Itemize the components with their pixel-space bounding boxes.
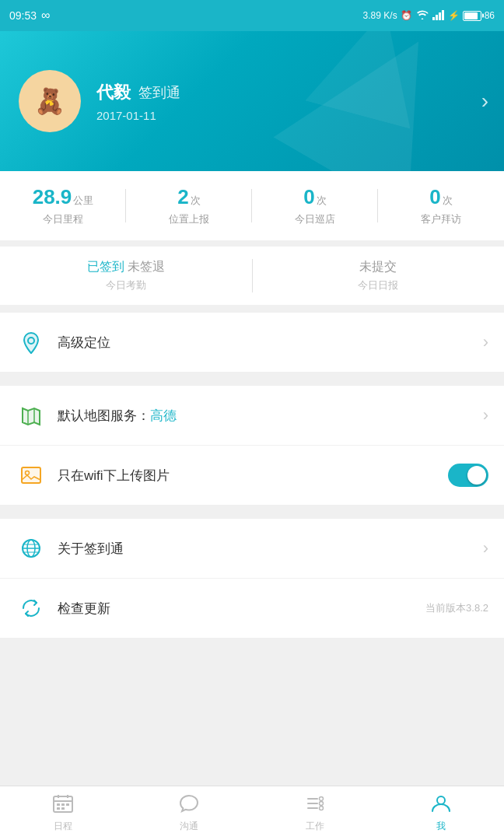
map-icon — [16, 400, 47, 431]
alarm-icon: ⏰ — [401, 10, 412, 21]
speed-text: 3.89 K/s — [363, 10, 397, 21]
refresh-icon — [16, 593, 47, 624]
divider-2 — [0, 378, 504, 386]
attendance-report: 未提交 今日日报 — [253, 259, 505, 292]
signal-icon — [432, 9, 445, 23]
stat-location: 2次 位置上报 — [126, 185, 252, 226]
nav-work-label: 工作 — [306, 820, 324, 833]
wifi-upload-label: 只在wifi下上传图片 — [58, 467, 448, 485]
stat-patrol-value: 0 — [303, 185, 314, 208]
attendance-checkin: 已签到 未签退 今日考勤 — [0, 259, 253, 292]
nav-chat-label: 沟通 — [180, 820, 198, 833]
stat-mileage-value: 28.9 — [33, 185, 72, 208]
svg-rect-18 — [57, 803, 60, 806]
bottom-nav: 日程 沟通 工作 我 — [0, 786, 504, 840]
stat-visit: 0次 客户拜访 — [378, 185, 504, 226]
update-label: 检查更新 — [58, 600, 425, 618]
map-label: 默认地图服务：高德 — [58, 407, 483, 425]
not-submitted-status: 未提交 — [359, 260, 397, 273]
wifi-upload-toggle[interactable] — [448, 464, 488, 487]
about-arrow-icon: › — [483, 538, 488, 558]
work-icon — [305, 794, 325, 817]
attendance-desc: 今日考勤 — [0, 278, 252, 292]
battery-level: 86 — [485, 10, 495, 21]
divider-3 — [0, 511, 504, 519]
avatar: 🧸 — [19, 70, 81, 132]
header-banner[interactable]: 🧸 代毅 签到通 2017-01-11 › — [0, 31, 504, 171]
globe-icon — [16, 533, 47, 564]
schedule-icon — [53, 794, 73, 817]
status-bar: 09:53 ∞ 3.89 K/s ⏰ ⚡ 86 — [0, 0, 504, 31]
attendance-row: 已签到 未签退 今日考勤 未提交 今日日报 — [0, 247, 504, 305]
svg-rect-3 — [442, 10, 444, 20]
nav-schedule-label: 日程 — [54, 820, 72, 833]
stats-row: 28.9公里 今日里程 2次 位置上报 0次 今日巡店 0次 客户拜访 — [0, 171, 504, 240]
stat-mileage: 28.9公里 今日里程 — [0, 185, 126, 226]
menu-item-location[interactable]: 高级定位 › — [0, 313, 504, 372]
svg-rect-22 — [61, 807, 65, 810]
menu-section-map: 默认地图服务：高德 › 只在wifi下上传图片 — [0, 386, 504, 505]
nav-me[interactable]: 我 — [378, 794, 504, 833]
svg-rect-21 — [57, 807, 60, 810]
svg-point-27 — [320, 801, 324, 805]
header-arrow-icon[interactable]: › — [481, 89, 488, 114]
stat-mileage-label: 今日里程 — [0, 212, 126, 226]
user-info: 代毅 签到通 2017-01-11 — [96, 81, 485, 122]
svg-rect-1 — [436, 15, 438, 20]
me-icon — [431, 794, 451, 817]
status-time: 09:53 — [9, 9, 37, 22]
location-arrow-icon: › — [483, 332, 488, 352]
user-tag: 签到通 — [138, 83, 180, 102]
map-arrow-icon: › — [483, 405, 488, 425]
nav-schedule[interactable]: 日程 — [0, 794, 126, 833]
user-name: 代毅 — [96, 81, 131, 104]
signed-in-status: 已签到 — [87, 260, 124, 273]
version-text: 当前版本3.8.2 — [425, 601, 488, 615]
report-desc: 今日日报 — [253, 278, 505, 292]
stat-visit-value: 0 — [429, 185, 440, 208]
menu-item-map[interactable]: 默认地图服务：高德 › — [0, 386, 504, 446]
stat-visit-label: 客户拜访 — [378, 212, 504, 226]
svg-point-26 — [320, 796, 324, 800]
user-date: 2017-01-11 — [96, 109, 485, 122]
svg-rect-0 — [432, 17, 435, 20]
status-left: 09:53 ∞ — [9, 9, 50, 23]
location-label: 高级定位 — [58, 334, 483, 352]
wifi-icon — [415, 9, 429, 23]
stat-location-label: 位置上报 — [126, 212, 252, 226]
divider-1 — [0, 305, 504, 313]
svg-rect-2 — [439, 12, 441, 20]
status-right: 3.89 K/s ⏰ ⚡ 86 — [363, 9, 495, 23]
svg-point-28 — [320, 806, 324, 810]
battery-icon — [463, 11, 481, 21]
about-label: 关于签到通 — [58, 540, 483, 558]
infinite-icon: ∞ — [41, 9, 50, 23]
nav-chat[interactable]: 沟通 — [126, 794, 252, 833]
lightning-icon: ⚡ — [448, 10, 460, 21]
stat-location-value: 2 — [177, 185, 188, 208]
stat-patrol: 0次 今日巡店 — [252, 185, 378, 226]
stat-patrol-label: 今日巡店 — [252, 212, 378, 226]
menu-item-update[interactable]: 检查更新 当前版本3.8.2 — [0, 579, 504, 638]
chat-icon — [179, 794, 199, 817]
svg-rect-20 — [66, 803, 69, 806]
svg-point-29 — [437, 796, 445, 804]
not-signout-status: 未签退 — [128, 260, 165, 273]
location-icon — [16, 327, 47, 358]
svg-rect-19 — [61, 803, 65, 806]
menu-section-location: 高级定位 › — [0, 313, 504, 372]
menu-item-wifi-upload[interactable]: 只在wifi下上传图片 — [0, 446, 504, 505]
menu-section-about: 关于签到通 › 检查更新 当前版本3.8.2 — [0, 519, 504, 638]
image-icon — [16, 460, 47, 491]
svg-rect-7 — [22, 467, 40, 483]
nav-me-label: 我 — [436, 820, 446, 833]
nav-work[interactable]: 工作 — [252, 794, 378, 833]
menu-item-about[interactable]: 关于签到通 › — [0, 519, 504, 579]
